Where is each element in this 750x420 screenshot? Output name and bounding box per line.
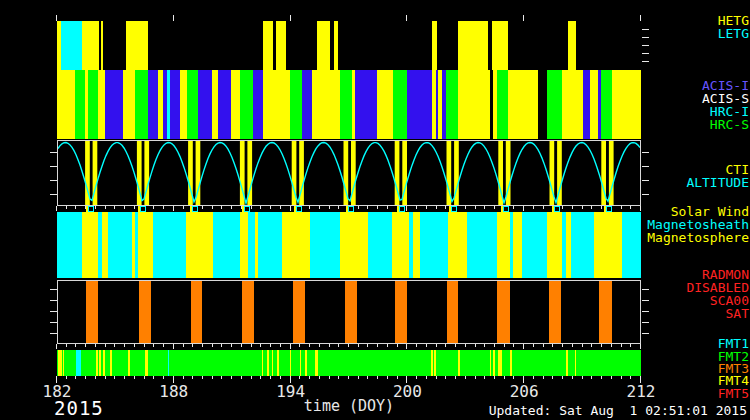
minor-tick bbox=[533, 344, 534, 347]
minor-tick bbox=[533, 376, 534, 379]
minor-tick bbox=[66, 376, 67, 379]
instruments-segment bbox=[612, 70, 641, 139]
fmt-event-line bbox=[490, 350, 491, 376]
major-tick bbox=[290, 206, 291, 211]
instruments-segment bbox=[187, 70, 198, 139]
instruments-segment bbox=[377, 70, 393, 139]
band-radiation bbox=[57, 280, 641, 344]
instruments-segment bbox=[218, 70, 231, 139]
minor-tick bbox=[183, 344, 184, 347]
minor-tick bbox=[280, 344, 281, 347]
minor-tick bbox=[426, 344, 427, 347]
instruments-segment bbox=[180, 70, 187, 139]
radiation-bar bbox=[242, 281, 254, 343]
instruments-segment bbox=[98, 70, 105, 139]
chandra-timeline-screen: 182188194200206212 time (DOY) 2015 Updat… bbox=[0, 0, 750, 420]
fmt-event-line bbox=[99, 350, 100, 376]
gratings-segment bbox=[576, 21, 641, 70]
minor-tick bbox=[192, 344, 193, 347]
minor-tick bbox=[231, 344, 232, 347]
fmt-event-line bbox=[267, 350, 268, 376]
y-axis-tick bbox=[642, 300, 649, 301]
right-label-hrc-s: HRC-S bbox=[710, 119, 749, 131]
gratings-segment bbox=[263, 21, 273, 70]
minor-tick bbox=[75, 344, 76, 347]
regions-segment bbox=[186, 212, 213, 278]
fmt-event-line bbox=[305, 350, 306, 376]
radiation-bar bbox=[86, 281, 98, 343]
minor-tick bbox=[299, 344, 300, 347]
fmt-event-line bbox=[493, 350, 494, 376]
minor-tick bbox=[319, 376, 320, 379]
instruments-segment bbox=[105, 70, 123, 139]
y-axis-tick bbox=[50, 166, 57, 167]
instruments-segment bbox=[547, 70, 562, 139]
minor-tick bbox=[552, 376, 553, 379]
minor-tick bbox=[484, 344, 485, 347]
minor-tick bbox=[358, 376, 359, 379]
minor-tick bbox=[231, 206, 232, 209]
minor-tick bbox=[241, 376, 242, 379]
regions-segment bbox=[497, 212, 510, 278]
minor-tick bbox=[513, 344, 514, 347]
gratings-segment bbox=[126, 21, 148, 70]
minor-tick bbox=[572, 344, 573, 347]
minor-tick bbox=[270, 344, 271, 347]
minor-tick bbox=[416, 206, 417, 209]
gratings-segment bbox=[317, 21, 330, 70]
minor-tick bbox=[358, 206, 359, 209]
regions-segment bbox=[368, 212, 392, 278]
fmt-event-line bbox=[277, 350, 278, 376]
altitude-curve bbox=[58, 141, 640, 205]
minor-tick bbox=[601, 376, 602, 379]
minor-tick bbox=[319, 206, 320, 209]
fmt-event-line bbox=[290, 350, 291, 376]
regions-segment bbox=[467, 212, 497, 278]
regions-segment bbox=[594, 212, 622, 278]
regions-segment bbox=[522, 212, 547, 278]
major-tick bbox=[406, 344, 407, 349]
right-label-letg: LETG bbox=[718, 28, 749, 40]
y-axis-tick bbox=[642, 180, 649, 181]
radiation-bar bbox=[345, 281, 357, 343]
minor-tick bbox=[416, 376, 417, 379]
fmt-event-line bbox=[60, 350, 61, 376]
fmt-event-line bbox=[498, 350, 502, 376]
y-axis-tick bbox=[642, 61, 649, 62]
right-label-fmt2: FMT2 bbox=[718, 351, 749, 363]
minor-tick bbox=[280, 206, 281, 209]
minor-tick bbox=[465, 206, 466, 209]
instruments-segment bbox=[446, 70, 458, 139]
regions-segment bbox=[258, 212, 282, 278]
y-axis-tick bbox=[642, 322, 649, 323]
minor-tick bbox=[630, 376, 631, 379]
minor-tick bbox=[348, 376, 349, 379]
minor-tick bbox=[153, 344, 154, 347]
minor-tick bbox=[66, 344, 67, 347]
band-instruments bbox=[57, 70, 641, 139]
minor-tick bbox=[377, 206, 378, 209]
minor-tick bbox=[621, 376, 622, 379]
right-label-sat: SAT bbox=[726, 308, 749, 320]
instruments-segment bbox=[302, 70, 313, 139]
y-axis-tick bbox=[50, 333, 57, 334]
minor-tick bbox=[572, 376, 573, 379]
regions-segment bbox=[213, 212, 240, 278]
instruments-segment bbox=[253, 70, 263, 139]
fmt-event-line bbox=[145, 350, 148, 376]
minor-tick bbox=[105, 376, 106, 379]
minor-tick bbox=[105, 206, 106, 209]
minor-tick bbox=[105, 344, 106, 347]
minor-tick bbox=[231, 376, 232, 379]
gratings-segment bbox=[286, 21, 317, 70]
instruments-segment bbox=[148, 70, 158, 139]
minor-tick bbox=[621, 206, 622, 209]
minor-tick bbox=[475, 206, 476, 209]
minor-tick bbox=[387, 344, 388, 347]
minor-tick bbox=[591, 206, 592, 209]
minor-tick bbox=[348, 344, 349, 347]
y-axis-tick bbox=[642, 53, 649, 54]
instruments-segment bbox=[583, 70, 590, 139]
minor-tick bbox=[621, 344, 622, 347]
instruments-segment bbox=[88, 70, 98, 139]
